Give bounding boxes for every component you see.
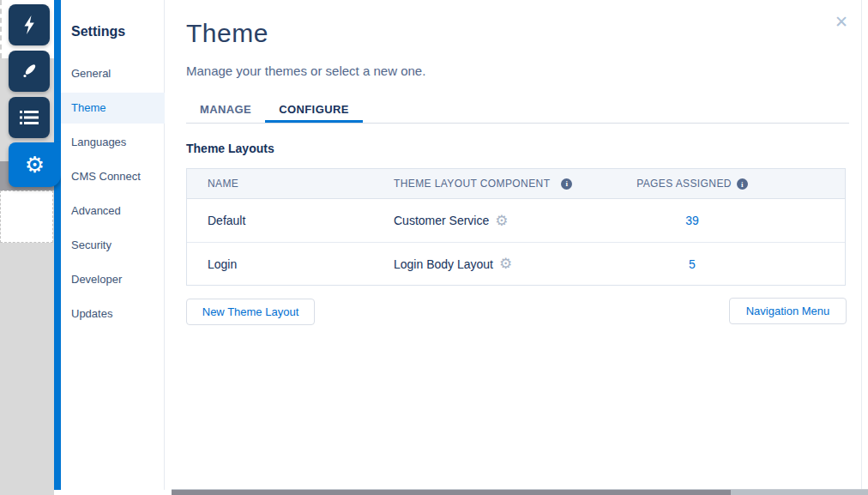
table-row-login: Login Login Body Layout ⚙ 5 [187, 242, 845, 285]
theme-button[interactable] [9, 51, 50, 92]
layout-name: Login [187, 257, 394, 271]
column-header-name-label: NAME [208, 178, 238, 190]
brush-icon [20, 62, 39, 81]
layout-component: Customer Service [394, 214, 489, 227]
horizontal-scrollbar-track[interactable] [731, 490, 868, 495]
tab-manage[interactable]: MANAGE [186, 96, 265, 123]
section-title-theme-layouts: Theme Layouts [186, 142, 274, 155]
settings-button[interactable]: ⚙ [9, 142, 61, 187]
tab-configure[interactable]: CONFIGURE [265, 96, 363, 123]
sidebar-item-security[interactable]: Security [61, 230, 165, 261]
table-row-default: Default Customer Service ⚙ 39 [187, 199, 845, 242]
component-settings-gear-icon[interactable]: ⚙ [499, 257, 512, 271]
layout-name: Default [187, 214, 394, 227]
theme-layouts-table: NAME THEME LAYOUT COMPONENTi PAGES ASSIG… [186, 168, 846, 286]
sidebar-item-updates[interactable]: Updates [61, 299, 165, 329]
table-header-row: NAME THEME LAYOUT COMPONENTi PAGES ASSIG… [187, 169, 845, 199]
sidebar-item-cms-connect[interactable]: CMS Connect [61, 161, 165, 192]
settings-panel-accent-strip [54, 0, 61, 490]
column-header-pages: PAGES ASSIGNEDi [601, 178, 783, 190]
layout-component: Login Body Layout [394, 257, 493, 271]
component-settings-gear-icon[interactable]: ⚙ [495, 214, 508, 228]
tab-bar: MANAGE CONFIGURE [186, 96, 849, 124]
sidebar-item-advanced[interactable]: Advanced [61, 196, 165, 226]
pages-button[interactable] [9, 97, 50, 138]
navigation-menu-button[interactable]: Navigation Menu [729, 298, 847, 324]
lightning-icon [21, 15, 38, 35]
info-icon[interactable]: i [561, 178, 572, 190]
gear-icon: ⚙ [25, 154, 45, 176]
sidebar-item-theme[interactable]: Theme [61, 93, 165, 124]
column-header-component: THEME LAYOUT COMPONENTi [394, 178, 601, 190]
horizontal-scrollbar-thumb[interactable] [172, 490, 731, 495]
list-icon [20, 110, 39, 125]
theme-settings-panel: ✕ Theme Manage your themes or select a n… [165, 0, 862, 490]
info-icon[interactable]: i [737, 178, 748, 190]
sidebar-item-developer[interactable]: Developer [61, 264, 165, 295]
page-subtitle: Manage your themes or select a new one. [186, 63, 425, 78]
canvas-dropzone-outline [0, 190, 53, 243]
column-header-component-label: THEME LAYOUT COMPONENT [394, 178, 550, 190]
close-icon[interactable]: ✕ [835, 12, 848, 32]
new-theme-layout-button[interactable]: New Theme Layout [186, 299, 315, 325]
column-header-name: NAME [187, 178, 394, 190]
column-header-pages-label: PAGES ASSIGNED [636, 178, 732, 190]
sidebar-item-languages[interactable]: Languages [61, 127, 165, 158]
sidebar-item-general[interactable]: General [61, 58, 165, 89]
pages-assigned-link[interactable]: 5 [689, 257, 696, 271]
components-button[interactable] [9, 4, 50, 45]
pages-assigned-link[interactable]: 39 [685, 214, 699, 227]
sidebar-title: Settings [71, 24, 125, 39]
settings-sidebar: Settings General Theme Languages CMS Con… [61, 0, 165, 490]
page-title: Theme [186, 19, 268, 48]
